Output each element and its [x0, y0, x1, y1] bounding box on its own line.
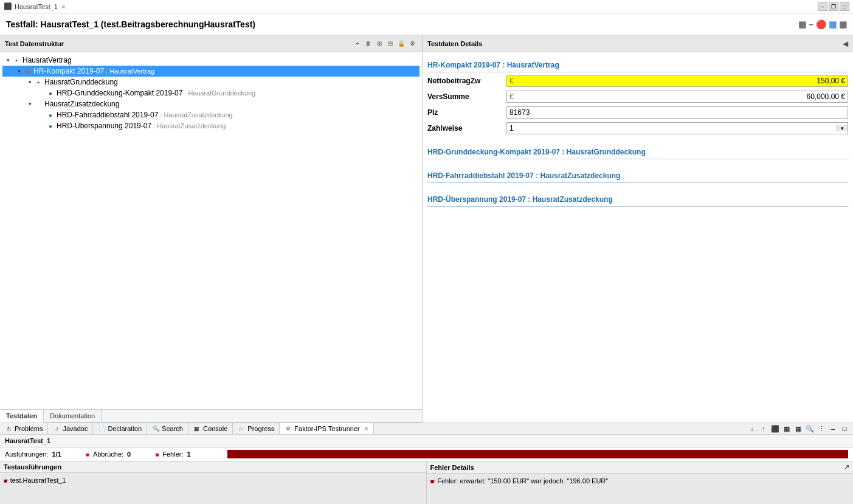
- settings-icon[interactable]: ⚙: [407, 39, 417, 49]
- grid-icon[interactable]: ▦: [782, 424, 792, 433]
- toolbar-icon-4[interactable]: ▦: [829, 19, 837, 29]
- tree-label-hrd-grunddeckung: HRD-Grunddeckung-Kompakt 2019-07: [57, 89, 182, 97]
- tree-type-hrd-fahrrad: : HausratZusatzdeckung: [160, 111, 232, 119]
- bottom-tab-declaration[interactable]: 📄 Declaration: [93, 423, 147, 434]
- bottom-tab-search[interactable]: 🔍 Search: [147, 423, 188, 434]
- tree-icon-hrd-grunddeckung: ●: [46, 89, 55, 97]
- tab-icon: ⬛: [4, 2, 12, 10]
- results-right-icon[interactable]: ↗: [844, 463, 849, 471]
- test-item-label: test.HausratTest_1: [10, 477, 66, 484]
- tree-label-grunddeckung: HausratGrunddeckung: [44, 78, 118, 86]
- tree-toggle-hausrat[interactable]: ▾: [4, 56, 12, 64]
- left-panel: Test Datenstruktur + 🗑 ⊞ ⊟ 🔒 ⚙ ▾ ▪ Hausr…: [0, 35, 423, 423]
- search2-icon[interactable]: 🔍: [805, 424, 815, 433]
- tree-icon-grunddeckung: +: [34, 78, 43, 86]
- results-area: Testausführungen ■ ! test.HausratTest_1 …: [0, 461, 853, 504]
- tree-item-hr-kompakt[interactable]: ▾ ● HR-Kompakt 2019-07 : HausratVertrag: [2, 66, 420, 77]
- field-label-verssumme: VersSumme: [427, 92, 506, 101]
- faktor-icon: ⚙: [285, 425, 292, 432]
- bottom-tab-progress[interactable]: ▷ Progress: [233, 423, 280, 434]
- results-right: Fehler Details ↗ ■ ! Fehler: erwartet: "…: [427, 461, 854, 504]
- field-row-zahlweise: Zahlweise 1 ▾: [427, 122, 848, 134]
- field-row-plz: Plz 81673: [427, 106, 848, 119]
- minimize-bottom-icon[interactable]: –: [828, 424, 838, 433]
- tree-item-hrd-ueberspannung[interactable]: ● HRD-Überspannung 2019-07 : HausratZusa…: [2, 120, 420, 131]
- results-left: Testausführungen ■ ! test.HausratTest_1: [0, 461, 427, 504]
- tree-item-hausrat[interactable]: ▾ ▪ HausratVertrag: [2, 55, 420, 66]
- list-item[interactable]: ■ ! test.HausratTest_1: [4, 475, 423, 485]
- nav-down-icon[interactable]: ↓: [747, 424, 757, 433]
- bottom-tab-javadoc[interactable]: J Javadoc: [48, 423, 93, 434]
- tree-toggle-hrd-grunddeckung: [38, 89, 46, 97]
- error-nav-icon[interactable]: ⬛: [770, 424, 780, 433]
- toolbar-icon-3[interactable]: 🔴: [816, 19, 826, 29]
- bottom-tab-console[interactable]: ▦ Console: [188, 423, 233, 434]
- tree-item-zusatzdeckung[interactable]: ▾ HausratZusatzdeckung: [2, 98, 420, 109]
- test-error-icon: ■ !: [4, 477, 8, 484]
- field-value-zahlweise[interactable]: 1 ▾: [506, 122, 848, 134]
- maximize-btn[interactable]: □: [840, 2, 849, 11]
- faktor-tab-close[interactable]: ×: [365, 426, 368, 432]
- tree-label-zusatzdeckung: HausratZusatzdeckung: [44, 100, 119, 108]
- list-item[interactable]: ■ ! Fehler: erwartet: "150.00 EUR" war j…: [430, 476, 850, 486]
- tree-label-hrd-ueberspannung: HRD-Überspannung 2019-07: [57, 122, 151, 130]
- expand-icon[interactable]: ⊞: [375, 39, 384, 49]
- nav-up-icon[interactable]: ↑: [759, 424, 768, 433]
- right-panel-title: Testdaten Details: [427, 40, 482, 47]
- minimize-btn[interactable]: –: [818, 2, 827, 11]
- tab-close-icon[interactable]: ×: [61, 3, 65, 10]
- tree-container: ▾ ▪ HausratVertrag ▾ ● HR-Kompakt 2019-0…: [0, 52, 422, 409]
- tab-label[interactable]: HausratTest_1: [15, 3, 58, 10]
- bottom-tabs-row: ⚠ Problems J Javadoc 📄 Declaration 🔍 Sea…: [0, 423, 853, 435]
- tree-icon-zusatzdeckung: [34, 100, 43, 108]
- tree-toggle-hr-kompakt[interactable]: ▾: [15, 67, 23, 75]
- toolbar-icon-2[interactable]: –: [809, 19, 813, 29]
- problems-icon: ⚠: [5, 425, 12, 432]
- tree-label-hrd-fahrrad: HRD-Fahrraddiebstahl 2019-07: [57, 111, 158, 119]
- menu-icon[interactable]: ⋮: [817, 424, 826, 433]
- zahlweise-dropdown-arrow[interactable]: ▾: [837, 125, 848, 131]
- app-title: Testfall: HausratTest_1 (test.Beitragsbe…: [0, 13, 853, 35]
- field-label-nettobeitrag: NettobeitragZw: [427, 77, 506, 85]
- field-row-verssumme: VersSumme € 60,000.00 €: [427, 91, 848, 103]
- tree-toggle-zusatzdeckung[interactable]: ▾: [26, 100, 34, 108]
- subsection-heading-1: HRD-Grunddeckung-Kompakt 2019-07 : Hausr…: [427, 144, 848, 159]
- field-value-plz[interactable]: 81673: [506, 106, 848, 119]
- title-bar: ⬛ HausratTest_1 × – ❐ □: [0, 0, 853, 13]
- filter-icon[interactable]: ▦: [793, 424, 803, 433]
- console-icon: ▦: [193, 425, 201, 432]
- tab-toolbar: ↓ ↑ ⬛ ▦ ▦ 🔍 ⋮ – □: [374, 423, 853, 434]
- tree-label-hr-kompakt: HR-Kompakt 2019-07: [33, 67, 104, 75]
- restore-btn[interactable]: ❐: [829, 2, 838, 11]
- tree-item-grunddeckung[interactable]: ▾ + HausratGrunddeckung: [2, 77, 420, 88]
- field-value-verssumme[interactable]: € 60,000.00 €: [506, 91, 848, 103]
- toolbar-icon-5[interactable]: ▦: [839, 19, 847, 29]
- tab-testdaten[interactable]: Testdaten: [0, 410, 44, 423]
- add-icon[interactable]: +: [353, 39, 362, 49]
- tree-type-hrd-ueberspannung: : HausratZusatzdeckung: [153, 122, 226, 129]
- tree-item-hrd-fahrrad[interactable]: ● HRD-Fahrraddiebstahl 2019-07 : Hausrat…: [2, 109, 420, 120]
- tree-type-hrd-grunddeckung: : HausratGrunddeckung: [184, 89, 255, 97]
- bottom-tab-problems[interactable]: ⚠ Problems: [0, 423, 48, 434]
- subsection-heading-2: HRD-Fahrraddiebstahl 2019-07 : HausratZu…: [427, 168, 848, 183]
- stat-fehler: ■ Fehler: 1: [155, 450, 190, 458]
- tree-toggle-grunddeckung[interactable]: ▾: [26, 78, 34, 86]
- results-left-header: Testausführungen: [0, 461, 426, 473]
- lock-icon[interactable]: 🔒: [396, 39, 406, 49]
- field-value-nettobeitrag[interactable]: € 150,00 €: [506, 75, 848, 87]
- tab-bar: Testdaten Dokumentation: [0, 410, 422, 423]
- bottom-tab-faktor[interactable]: ⚙ Faktor-IPS Testrunner ×: [280, 423, 373, 434]
- results-left-content: ■ ! test.HausratTest_1: [0, 473, 426, 504]
- tree-item-hrd-grunddeckung[interactable]: ● HRD-Grunddeckung-Kompakt 2019-07 : Hau…: [2, 88, 420, 98]
- fehler-icon: ■: [155, 451, 159, 458]
- delete-icon[interactable]: 🗑: [364, 39, 373, 49]
- tab-dokumentation[interactable]: Dokumentation: [44, 410, 102, 422]
- maximize-bottom-icon[interactable]: □: [840, 424, 849, 433]
- tree-icon-hausrat: ▪: [12, 56, 21, 64]
- collapse-icon[interactable]: ⊟: [385, 39, 395, 49]
- right-panel-collapse-icon[interactable]: ◀: [843, 40, 848, 48]
- bottom-bar: ⚠ Problems J Javadoc 📄 Declaration 🔍 Sea…: [0, 423, 853, 504]
- progress-bar: [227, 450, 848, 458]
- left-panel-title: Test Datenstruktur: [5, 40, 64, 47]
- toolbar-icon-1[interactable]: ▦: [798, 19, 806, 29]
